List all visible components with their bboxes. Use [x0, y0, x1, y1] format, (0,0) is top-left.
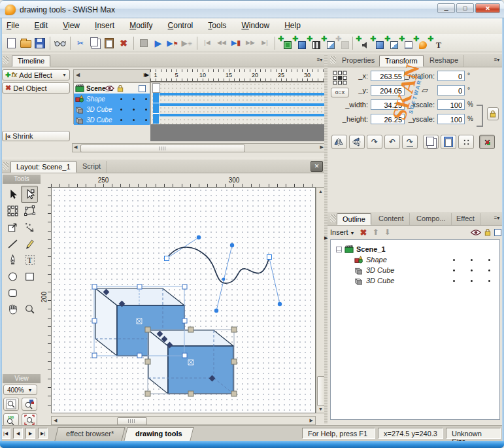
scrollbar-thumb[interactable] — [80, 145, 245, 152]
maximize-button[interactable]: ▢ — [456, 3, 474, 13]
line-tool[interactable] — [4, 235, 21, 252]
insert-script-button[interactable]: ✚ — [399, 36, 413, 50]
apply-transform-button[interactable] — [479, 135, 495, 149]
menu-window[interactable]: Window — [235, 18, 276, 33]
insert-shape-button[interactable]: ✚ — [335, 36, 350, 50]
paste-transform-button[interactable] — [441, 135, 456, 149]
subselect-tool[interactable] — [21, 186, 38, 203]
tree-row-shape[interactable]: Shape — [331, 254, 499, 265]
lock-aspect-button[interactable] — [487, 107, 499, 120]
select-all-checkbox[interactable] — [494, 229, 501, 236]
panel-grip[interactable] — [3, 56, 8, 64]
play-movie-button[interactable]: ▶ — [151, 36, 165, 50]
export-button[interactable] — [137, 36, 151, 50]
scene-frame-cell[interactable] — [152, 83, 160, 93]
zoom-100-button[interactable]: 100 — [3, 413, 19, 426]
close-layout-icon[interactable]: ✕ — [311, 161, 323, 172]
go-last-frame-button[interactable]: ▶| — [258, 36, 272, 50]
doc-first-button[interactable]: |◀ — [1, 428, 10, 439]
doc-last-button[interactable]: ▶| — [38, 428, 48, 439]
tab-properties[interactable]: Properties — [337, 55, 380, 67]
move-down-icon[interactable]: ⬇ — [384, 228, 390, 237]
title-bar[interactable]: drawing tools - SWiSH Max ▁ ▢ ✕ — [0, 0, 504, 18]
scroll-down-icon[interactable]: ▼ — [318, 407, 323, 411]
insert-movieclip-button[interactable]: ✚ — [370, 36, 384, 50]
menu-modify[interactable]: Modify — [123, 18, 159, 33]
timeline-hscrollbar[interactable]: ◀ ▶ — [72, 143, 326, 152]
scroll-left-icon[interactable]: ◀ — [76, 72, 80, 78]
timeline-menu-icon[interactable]: ≡▾ — [315, 56, 324, 64]
panel-grip[interactable] — [330, 56, 336, 64]
tab-content[interactable]: Content — [373, 213, 410, 225]
minimize-button[interactable]: ▁ — [437, 3, 455, 13]
insert-text-button[interactable]: ✚T — [428, 36, 442, 50]
xscale-input[interactable] — [437, 99, 465, 110]
copy-transform-button[interactable] — [423, 135, 439, 149]
eye-icon[interactable] — [471, 229, 481, 236]
scrollbar-thumb[interactable] — [117, 417, 147, 425]
tab-reshape[interactable]: Reshape — [424, 55, 464, 67]
scroll-right-icon[interactable]: ▶ — [310, 418, 313, 423]
insert-sprite-button[interactable]: ✚ — [292, 36, 307, 50]
pan-tool[interactable] — [4, 300, 21, 317]
marquee-tool[interactable] — [4, 202, 21, 219]
rotate-cw-button[interactable]: ↷ — [367, 135, 382, 149]
tab-outline[interactable]: Outline — [337, 213, 371, 225]
insert-movie-button[interactable]: ✚ — [307, 36, 321, 50]
y-input[interactable] — [371, 85, 405, 95]
select-all-checkbox[interactable] — [139, 85, 146, 92]
tab-transform[interactable]: Transform — [379, 55, 424, 67]
timeline-row-cube1[interactable]: 3D Cube — [74, 104, 150, 114]
ellipse-tool[interactable] — [4, 267, 21, 284]
insert-scene-button[interactable]: ✚ — [278, 36, 292, 50]
copy-button[interactable] — [88, 36, 102, 50]
effect-bar[interactable] — [160, 103, 325, 106]
scroll-left-icon[interactable]: ◀ — [54, 418, 57, 423]
cut-button[interactable]: ✂ — [73, 36, 88, 50]
panel-menu-icon[interactable]: ≡▾ — [492, 56, 501, 64]
panel-menu-icon[interactable]: ≡▾ — [492, 215, 501, 222]
tab-script[interactable]: Script — [77, 161, 107, 173]
bezier-curve[interactable] — [165, 235, 282, 313]
menu-tools[interactable]: Tools — [201, 18, 233, 33]
insert-swish-button[interactable]: ✚ — [413, 36, 428, 50]
rounded-rect-tool[interactable] — [4, 284, 21, 301]
timeline-row-shape[interactable]: Shape — [74, 94, 150, 104]
scroll-right-icon[interactable]: ▶ — [320, 145, 324, 150]
distort-tool[interactable] — [21, 202, 38, 219]
rotate-ccw-button[interactable]: ↶ — [384, 135, 400, 149]
splitter-collapse-icon[interactable]: ▶ — [324, 235, 328, 241]
insert-image-button[interactable]: ✚ — [321, 36, 335, 50]
zoom-level-dropdown[interactable]: 400%▼ — [3, 385, 37, 395]
scroll-up-icon[interactable]: ▲ — [318, 189, 323, 194]
play-effect-button[interactable]: ▶✳ — [180, 36, 194, 50]
tree-row-cube2[interactable]: 3D Cube — [331, 275, 499, 286]
scene-list-scrollbar[interactable]: ◀ ▶ — [73, 69, 150, 82]
canvas-drawing[interactable] — [52, 188, 316, 413]
yscale-input[interactable] — [437, 114, 465, 124]
collapse-icon[interactable]: — — [336, 247, 342, 252]
tab-timeline[interactable]: Timeline — [12, 55, 50, 67]
pen-tool[interactable] — [4, 251, 21, 268]
tree-row-scene[interactable]: — Scene_1 — [331, 244, 499, 254]
menu-file[interactable]: File — [0, 18, 25, 33]
new-button[interactable] — [4, 36, 18, 50]
flip-horizontal-button[interactable] — [331, 135, 347, 149]
add-effect-button[interactable]: ✚fx Add Effect▼ — [2, 69, 70, 80]
doc-tab-effect-browser[interactable]: effect browser* — [54, 427, 125, 441]
preview-button[interactable] — [53, 36, 67, 50]
eye-icon[interactable] — [105, 85, 114, 92]
step-forward-button[interactable]: ▶▶ — [243, 36, 258, 50]
timeline-grid[interactable] — [150, 82, 325, 124]
menu-control[interactable]: Control — [161, 18, 200, 33]
canvas-hscrollbar[interactable]: ◀ ▶ — [51, 416, 316, 425]
stage-canvas[interactable] — [51, 187, 316, 413]
scene-row[interactable]: Scene_1 — [74, 83, 150, 94]
play-timeline-button[interactable]: ▶⚑ — [165, 36, 180, 50]
menu-view[interactable]: View — [56, 18, 86, 33]
tab-effect[interactable]: Effect — [451, 213, 480, 225]
go-first-frame-button[interactable]: |◀ — [200, 36, 214, 50]
tree-row-cube1[interactable]: 3D Cube — [331, 265, 499, 275]
shrink-button[interactable]: |« Shrink — [2, 131, 70, 141]
timeline-ruler[interactable]: 1 5 10 15 20 25 30 — [150, 69, 324, 82]
